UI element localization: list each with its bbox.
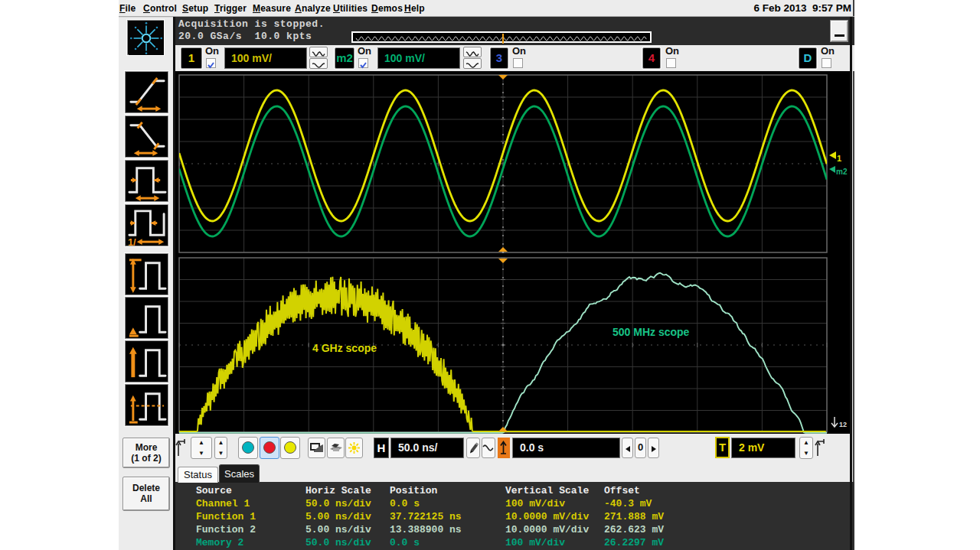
svg-text:m2: m2: [836, 168, 848, 176]
svg-text:1: 1: [837, 154, 841, 163]
svg-text:12: 12: [839, 421, 847, 428]
svg-text:1/: 1/: [128, 236, 136, 247]
svg-text:500 MHz scope: 500 MHz scope: [612, 326, 690, 338]
svg-text:4 GHz scope: 4 GHz scope: [312, 342, 377, 354]
